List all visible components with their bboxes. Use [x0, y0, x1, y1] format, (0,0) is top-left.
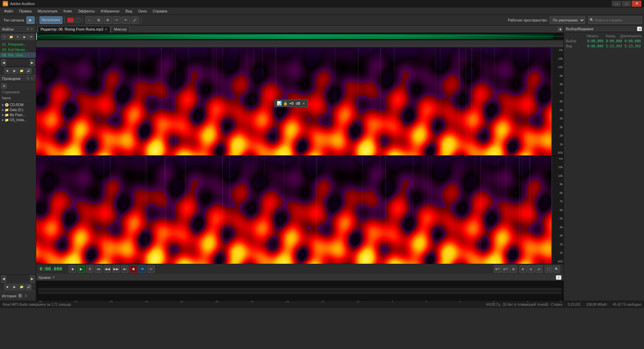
zoom-fit[interactable]: ⊞: [510, 265, 517, 273]
close-button[interactable]: ✕: [632, 1, 641, 7]
close-file-btn[interactable]: ✕: [15, 34, 21, 40]
stop-button[interactable]: ■: [69, 265, 76, 273]
selection-tool[interactable]: ⊞: [95, 16, 103, 24]
pause-button[interactable]: ⏸: [86, 265, 94, 273]
autoplay-btn[interactable]: ▶: [21, 34, 28, 40]
history-badge[interactable]: B: [18, 294, 23, 298]
sidebar-volume-btn2[interactable]: 🔊: [25, 284, 32, 290]
menu-item-правка[interactable]: Правка: [16, 8, 34, 14]
multitrack-button[interactable]: Мультитрек: [40, 16, 62, 24]
gain-value: +0 dB: [289, 101, 300, 106]
files-panel-menu[interactable]: ☰: [26, 28, 30, 31]
freq-6k-top: 6k: [553, 100, 563, 103]
loop-btn[interactable]: ⟲: [28, 34, 34, 40]
timeline-ruler[interactable]: 0мс 0:10 0:20 0:30 0:40 0:50 1:00 1:10 1…: [36, 40, 564, 48]
mixer-tab[interactable]: Миксер: [111, 26, 130, 33]
zoom-fit-amp[interactable]: ⊡: [535, 265, 543, 273]
sidebar-folder-btn[interactable]: 📁: [18, 68, 24, 74]
sidebar-folder-btn2[interactable]: 📁: [18, 284, 24, 290]
loop-button[interactable]: ⟲: [139, 265, 146, 273]
levels-panel-collapse[interactable]: ▼: [556, 275, 561, 280]
menu-item-файл[interactable]: Файл: [1, 8, 16, 14]
explorer-tree-btn[interactable]: ⊞: [1, 83, 7, 89]
zoom-out-amp[interactable]: ⊖: [527, 265, 535, 273]
menu-item-окно[interactable]: Окно: [136, 8, 150, 14]
status-message: Read MP3 Audio завершено за 1,71 секунда: [3, 303, 481, 306]
tree-item-1[interactable]: ▶ 📀 CD-ROM: [1, 102, 35, 107]
status-file-size: 108,89 Мбайт: [586, 303, 607, 306]
menu-item-клип[interactable]: Клип: [61, 8, 74, 14]
menu-item-эффекты[interactable]: Эффекты: [75, 8, 97, 14]
editor-area: Редактор: 08. Rising From Ruins.mp3 ✕ Ми…: [36, 26, 564, 301]
explorer-panel-close[interactable]: ✕: [30, 77, 34, 80]
color-tools-group: [67, 18, 83, 22]
zoom-custom[interactable]: 🔍: [553, 265, 560, 273]
razor-tool[interactable]: ✂: [113, 16, 121, 24]
maximize-button[interactable]: □: [622, 1, 631, 7]
signal-type-button[interactable]: ▶: [26, 16, 35, 24]
sidebar-left-btn[interactable]: ◀: [1, 59, 6, 66]
zoom-out-time[interactable]: ⊖T: [502, 265, 509, 273]
spectral-canvas-bottom: [36, 156, 551, 264]
file-item-2[interactable]: 03. Evil Never...: [0, 47, 36, 52]
play-button[interactable]: ▶: [77, 265, 85, 273]
rewind-start-button[interactable]: ⏮: [95, 265, 102, 273]
freq-7k-top: 7k: [553, 91, 563, 95]
sidebar-play-btn[interactable]: ▶: [11, 68, 17, 74]
new-file-btn[interactable]: +: [1, 34, 7, 40]
forward-end-button[interactable]: ⏭: [121, 265, 128, 273]
sidebar-bottom-left[interactable]: ◀: [1, 275, 6, 283]
selection-panel-collapse[interactable]: ◀: [637, 27, 642, 31]
panel-collapse-btn[interactable]: ◀: [557, 27, 562, 32]
sidebar-volume-btn[interactable]: 🔊: [25, 68, 32, 74]
minimize-button[interactable]: —: [612, 1, 621, 7]
loop-mode-button[interactable]: ↩: [147, 265, 155, 273]
files-panel-close[interactable]: ✕: [30, 28, 34, 31]
overview-bar[interactable]: [36, 33, 564, 40]
sidebar-right-btn[interactable]: ▶: [30, 59, 35, 66]
tree-item-4[interactable]: ▶ 📁 OS_Insta...: [1, 117, 35, 122]
spectral-area: 📊 🔒 +0 dB ✕ Hz 15k 10k 9k 8k 7k 6k 5k 4k: [36, 48, 564, 264]
scale-50: -50: [73, 300, 77, 303]
tree-item-3[interactable]: ▶ 📁 My Pass...: [1, 112, 35, 117]
workspace-selector[interactable]: По умолчанию: [550, 16, 585, 24]
pencil-tool[interactable]: ✏: [122, 16, 130, 24]
move-tool[interactable]: ↔: [86, 16, 94, 24]
history-menu[interactable]: ☰: [24, 294, 28, 298]
menu-item-справка[interactable]: Справка: [150, 8, 170, 14]
search-input[interactable]: [588, 16, 642, 24]
file-item-3[interactable]: 08. Ris...fron...: [0, 52, 36, 58]
menu-item-избранное[interactable]: Избранное: [98, 8, 122, 14]
rewind-button[interactable]: ◀◀: [104, 265, 111, 273]
explorer-panel-menu[interactable]: ☰: [26, 77, 30, 80]
red-tool[interactable]: [67, 18, 73, 22]
editor-tab-close[interactable]: ✕: [105, 28, 107, 31]
sidebar-bottom-right[interactable]: ▶: [30, 275, 35, 283]
freq-4k-bottom: 4k: [553, 226, 563, 229]
menu-item-мультитрек[interactable]: Мультитрек: [35, 8, 60, 14]
zoom-in-amp[interactable]: ⊕: [519, 265, 527, 273]
open-file-btn[interactable]: 📁: [8, 34, 14, 40]
sidebar-play-btn2[interactable]: ▶: [11, 284, 17, 290]
sidebar-stop-btn2[interactable]: ■: [4, 284, 10, 290]
app-title: Adobe Audition: [10, 2, 612, 6]
sidebar-stop-btn[interactable]: ■: [4, 68, 10, 74]
brush-tool[interactable]: 🖊: [131, 16, 139, 24]
zoom-in-tool[interactable]: ⊕: [104, 16, 112, 24]
zoom-full[interactable]: ⛶: [545, 265, 552, 273]
freq-7k-bottom: 7k: [553, 200, 563, 203]
scale-0: 0: [560, 300, 561, 303]
selection-panel-title: Выбор/Видимое: [566, 27, 594, 31]
menu-item-вид[interactable]: Вид: [123, 8, 135, 14]
zoom-in-time[interactable]: ⊕T: [494, 265, 501, 273]
transport-bar: 0:00.000 ■ ▶ ⏸ ⏮ ◀◀ ▶▶ ⏭ ⏺ ⟲ ↩ ⊕T ⊖T ⊞ ⊕…: [36, 264, 564, 274]
color-tool2[interactable]: [74, 18, 80, 22]
editor-tab[interactable]: Редактор: 08. Rising From Ruins.mp3 ✕: [38, 26, 110, 33]
tree-item-2[interactable]: ▶ 📁 Data (D:): [1, 107, 35, 112]
sel-dur-view: 5:23,343: [623, 44, 642, 48]
record-button[interactable]: ⏺: [130, 265, 137, 273]
file-item-1[interactable]: 01. Firepowe...: [0, 42, 36, 47]
forward-button[interactable]: ▶▶: [112, 265, 120, 273]
window-controls: — □ ✕: [612, 1, 641, 7]
gain-close-button[interactable]: ✕: [302, 102, 306, 105]
